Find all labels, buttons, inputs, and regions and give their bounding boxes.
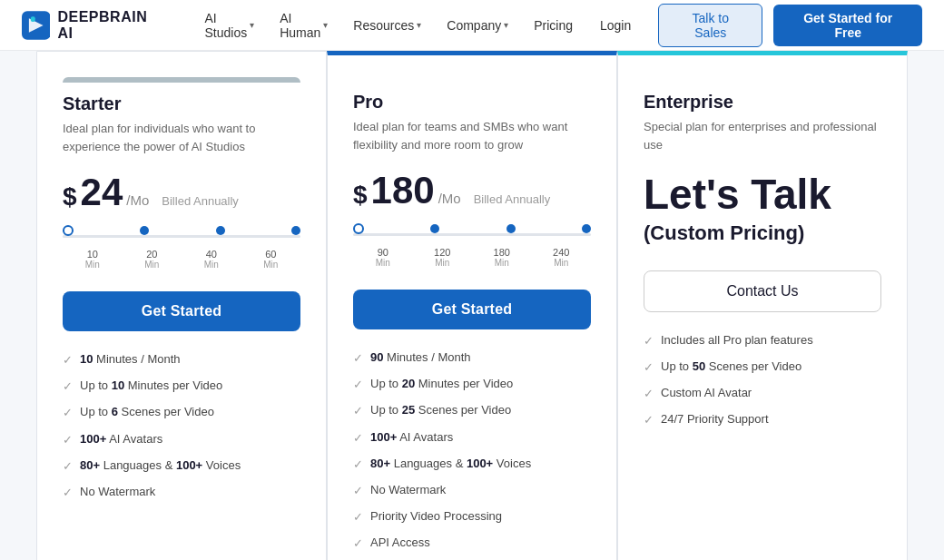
starter-slider[interactable]: 10Min 20Min 40Min 60Min [63,235,300,270]
feature-item: ✓ Up to 25 Scenes per Video [353,402,591,419]
pro-dot-1 [353,223,364,234]
enterprise-card: Enterprise Special plan for enterprises … [617,51,908,560]
feature-item: ✓ 80+ Languages & 100+ Voices [63,457,300,475]
feature-item: ✓ 90 Minutes / Month [353,349,591,367]
logo-icon [22,11,50,40]
check-icon: ✓ [63,432,73,448]
custom-pricing-label: (Custom Pricing) [644,221,881,245]
starter-billed: Billed Annually [162,194,239,208]
lets-talk-heading: Let's Talk [644,172,881,218]
feature-item: ✓ No Watermark [63,484,300,501]
navbar: DEEPBRAIN AI AI Studios ▾ AI Human ▾ Res… [0,0,944,51]
feature-item: ✓ 80+ Languages & 100+ Voices [353,456,591,473]
feature-item: ✓ No Watermark [353,482,591,499]
feature-item: ✓ Includes all Pro plan features [644,332,881,349]
check-icon: ✓ [353,430,363,447]
logo[interactable]: DEEPBRAIN AI [22,9,165,42]
pro-label-3: 180Min [472,247,532,268]
check-icon: ✓ [353,377,363,393]
nav-resources[interactable]: Resources ▾ [342,13,432,38]
pro-card: Pro Ideal plan for teams and SMBs who wa… [327,51,617,560]
check-icon: ✓ [63,405,73,421]
logo-text: DEEPBRAIN AI [57,9,164,42]
check-icon: ✓ [353,403,363,419]
starter-label-4: 60Min [241,249,301,270]
pro-dot-4 [582,224,591,233]
feature-item: ✓ 100+ AI Avatars [353,429,591,447]
feature-item: ✓ Up to 10 Minutes per Video [63,378,300,395]
feature-item: ✓ Custom AI Avatar [644,385,881,402]
feature-item: ✓ 24/7 Priority Support [644,411,881,428]
starter-label-3: 40Min [182,249,241,270]
nav-pricing[interactable]: Pricing [523,13,584,38]
nav-right: Login Talk to Sales Get Started for Free [584,4,922,47]
starter-amount: 24 [81,173,123,211]
starter-slider-labels: 10Min 20Min 40Min 60Min [63,249,300,270]
feature-item: ✓ API Access [353,535,591,552]
pro-label-4: 240Min [532,247,592,268]
enterprise-features: ✓ Includes all Pro plan features ✓ Up to… [644,332,881,429]
feature-item: ✓ Priority Video Processing [353,508,591,526]
chevron-down-icon: ▾ [417,20,421,30]
starter-price-row: $ 24 /Mo Billed Annually [63,173,300,224]
check-icon: ✓ [353,350,363,367]
starter-label-1: 10Min [63,249,123,270]
pro-slider-labels: 90Min 120Min 180Min 240Min [353,247,591,268]
check-icon: ✓ [353,483,363,499]
nav-links: AI Studios ▾ AI Human ▾ Resources ▾ Comp… [194,5,584,45]
starter-features: ✓ 10 Minutes / Month ✓ Up to 10 Minutes … [63,351,300,501]
login-button[interactable]: Login [584,12,647,39]
pro-price-row: $ 180 /Mo Billed Annually [353,172,591,222]
pro-features: ✓ 90 Minutes / Month ✓ Up to 20 Minutes … [353,349,591,553]
pro-label-2: 120Min [413,247,473,268]
check-icon: ✓ [353,535,363,552]
starter-mo: /Mo [126,192,149,208]
starter-dot-1 [63,225,74,236]
starter-slider-line [63,235,300,238]
pro-label-1: 90Min [353,247,413,268]
chevron-down-icon: ▾ [323,20,328,30]
check-icon: ✓ [353,457,363,473]
talk-to-sales-button[interactable]: Talk to Sales [658,4,762,47]
check-icon: ✓ [63,458,73,475]
starter-dollar: $ [63,182,77,211]
enterprise-plan-desc: Special plan for enterprises and profess… [644,118,881,153]
pro-slider-line [353,233,591,236]
feature-item: ✓ 10 Minutes / Month [63,351,300,368]
enterprise-plan-name: Enterprise [644,92,881,113]
pro-get-started-button[interactable]: Get Started [353,290,591,329]
starter-get-started-button[interactable]: Get Started [63,291,300,331]
starter-plan-name: Starter [63,93,300,114]
chevron-down-icon: ▾ [250,20,254,30]
starter-dot-2 [140,226,149,235]
starter-dots [63,231,300,236]
pro-mo: /Mo [438,191,461,206]
nav-ai-studios[interactable]: AI Studios ▾ [194,5,266,45]
pro-dots [353,230,591,234]
pro-plan-name: Pro [353,92,591,113]
check-icon: ✓ [353,509,363,526]
chevron-down-icon: ▾ [504,20,508,30]
contact-us-button[interactable]: Contact Us [644,270,881,312]
pro-plan-desc: Ideal plan for teams and SMBs who want f… [353,118,591,153]
pro-amount: 180 [371,172,435,210]
starter-plan-desc: Ideal plan for individuals who want to e… [63,120,300,155]
check-icon: ✓ [63,352,73,368]
cards-row: Starter Ideal plan for individuals who w… [36,51,908,560]
get-started-nav-button[interactable]: Get Started for Free [773,5,922,46]
nav-company[interactable]: Company ▾ [436,13,519,38]
check-icon: ✓ [644,412,654,428]
pricing-section: Starter Ideal plan for individuals who w… [0,51,944,560]
starter-card: Starter Ideal plan for individuals who w… [36,51,327,560]
pro-slider[interactable]: 90Min 120Min 180Min 240Min [353,233,591,268]
check-icon: ✓ [644,359,654,376]
svg-rect-2 [31,16,35,22]
pro-dot-3 [506,224,516,233]
feature-item: ✓ Up to 20 Minutes per Video [353,376,591,393]
pro-dot-2 [430,224,439,233]
nav-ai-human[interactable]: AI Human ▾ [269,5,339,45]
check-icon: ✓ [63,485,73,501]
feature-item: ✓ 100+ AI Avatars [63,431,300,448]
check-icon: ✓ [644,386,654,402]
starter-dot-4 [291,226,300,235]
